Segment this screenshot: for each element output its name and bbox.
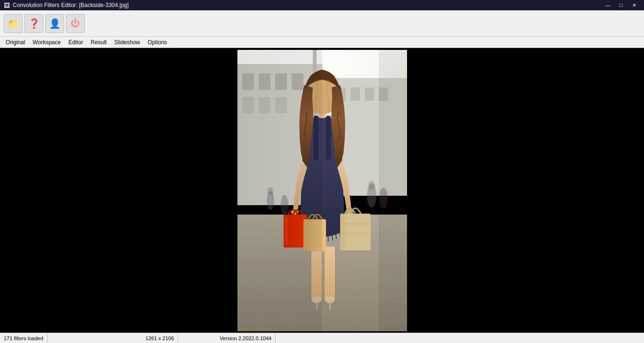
version-status: Version 2.2022.0.1044	[216, 333, 276, 343]
app-icon: 🖼	[4, 2, 10, 9]
svg-rect-33	[325, 247, 335, 299]
svg-line-47	[328, 233, 328, 241]
help-icon: ❓	[28, 18, 40, 29]
menu-item-workspace[interactable]: Workspace	[29, 38, 65, 47]
open-icon: 📁	[8, 18, 19, 29]
menu-item-options[interactable]: Options	[144, 38, 171, 47]
image-container	[237, 50, 407, 331]
svg-rect-66	[379, 50, 407, 331]
maximize-button[interactable]: □	[615, 1, 627, 9]
svg-rect-65	[237, 50, 322, 331]
dimensions-status: 1261 x 2106	[142, 333, 179, 343]
main-content	[0, 48, 644, 333]
svg-rect-60	[340, 214, 345, 250]
open-button[interactable]: 📁	[4, 14, 23, 33]
svg-rect-12	[351, 88, 360, 101]
statusbar: 171 filters loaded 1261 x 2106 Version 2…	[0, 333, 644, 343]
titlebar: 🖼 Convolution Filters Editor: [Backside-…	[0, 0, 644, 10]
menu-item-slideshow[interactable]: Slideshow	[111, 38, 144, 47]
minimize-button[interactable]: —	[602, 1, 614, 9]
user-button[interactable]: 👤	[45, 14, 64, 33]
power-button[interactable]: ⏻	[66, 14, 85, 33]
toolbar: 📁 ❓ 👤 ⏻	[0, 10, 644, 37]
svg-rect-13	[365, 88, 374, 101]
menu-item-editor[interactable]: Editor	[65, 38, 87, 47]
svg-rect-62	[326, 116, 331, 160]
svg-point-30	[368, 181, 375, 190]
svg-rect-39	[329, 301, 331, 310]
filters-loaded-status: 171 filters loaded	[4, 333, 48, 343]
photo-display	[237, 50, 407, 331]
menu-item-original[interactable]: Original	[2, 38, 29, 47]
titlebar-left: 🖼 Convolution Filters Editor: [Backside-…	[4, 2, 129, 9]
power-icon: ⏻	[71, 18, 80, 29]
menu-item-result[interactable]: Result	[87, 38, 111, 47]
menubar: Original Workspace Editor Result Slidesh…	[0, 37, 644, 48]
titlebar-controls: — □ ✕	[602, 1, 640, 9]
close-button[interactable]: ✕	[628, 1, 640, 9]
user-icon: 👤	[49, 18, 61, 29]
help-button[interactable]: ❓	[24, 14, 43, 33]
titlebar-title: Convolution Filters Editor: [Backside-33…	[13, 2, 129, 8]
